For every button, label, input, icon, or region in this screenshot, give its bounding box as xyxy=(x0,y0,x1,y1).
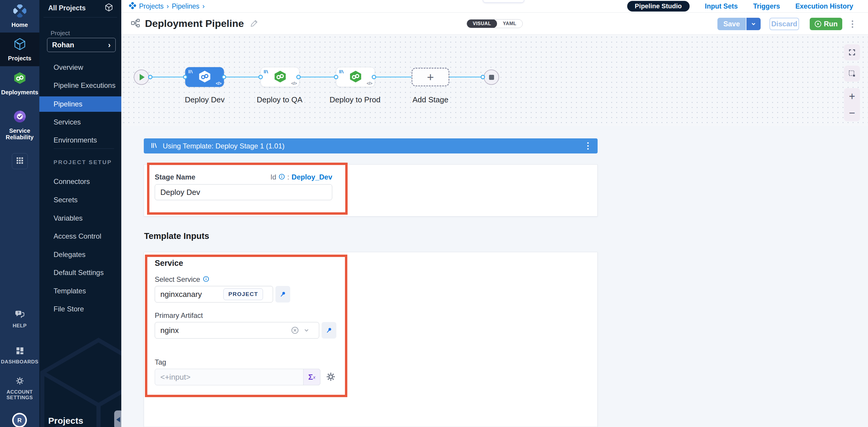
module-grid-button[interactable] xyxy=(12,153,28,169)
node-port[interactable] xyxy=(334,75,338,79)
sidebar-item-label: Environments xyxy=(54,136,97,144)
canvas-zoom-controls: + − xyxy=(844,88,860,121)
chevron-down-icon[interactable] xyxy=(303,327,310,335)
sidebar-item-secrets[interactable]: Secrets xyxy=(39,192,121,207)
using-template-label: Using Template: Deploy Stage 1 (1.01) xyxy=(163,142,578,150)
stage-label: Deploy to Prod xyxy=(322,95,388,104)
sidebar-item-environments[interactable]: Environments xyxy=(39,132,121,148)
rail-item-dashboards[interactable]: DASHBOARDS xyxy=(0,342,39,368)
rail-item-service-reliability[interactable]: Service Reliability xyxy=(0,101,39,149)
node-port[interactable] xyxy=(372,75,376,79)
breadcrumb: Projects › Pipelines › xyxy=(129,2,205,10)
chevron-down-icon xyxy=(750,21,756,27)
sidebar-item-access-control[interactable]: Access Control xyxy=(39,229,121,244)
rail-item-help[interactable]: ? HELP xyxy=(0,307,39,331)
tab-input-sets[interactable]: Input Sets xyxy=(705,2,738,10)
sidebar-item-default-settings[interactable]: Default Settings xyxy=(39,265,121,280)
zoom-out-button[interactable]: − xyxy=(844,105,860,121)
tag-settings-gear-icon[interactable] xyxy=(326,372,336,383)
rail-item-deployments[interactable]: Deployments xyxy=(0,66,39,101)
all-projects-cube-icon[interactable] xyxy=(104,3,113,13)
sidebar-item-delegates[interactable]: Delegates xyxy=(39,247,121,262)
project-selector-value: Rohan xyxy=(52,41,74,49)
edit-pencil-icon[interactable] xyxy=(250,19,258,28)
node-port[interactable] xyxy=(481,75,485,79)
template-kebab-menu-icon[interactable] xyxy=(586,140,590,152)
sidebar-item-overview[interactable]: Overview xyxy=(39,60,121,75)
tab-triggers[interactable]: Triggers xyxy=(753,2,780,10)
rail-item-projects[interactable]: Projects xyxy=(0,33,39,66)
user-avatar[interactable]: R xyxy=(12,413,27,427)
breadcrumb-link-pipelines[interactable]: Pipelines xyxy=(172,2,199,10)
sidebar-item-templates[interactable]: Templates xyxy=(39,283,121,299)
using-template-bar[interactable]: Using Template: Deploy Stage 1 (1.01) xyxy=(144,138,598,154)
pipeline-start-node[interactable] xyxy=(134,69,149,85)
service-heading: Service xyxy=(155,259,183,268)
discard-button[interactable]: Discard xyxy=(770,18,799,30)
stage-id-value[interactable]: Deploy_Dev xyxy=(292,173,332,181)
tab-execution-history[interactable]: Execution History xyxy=(795,2,853,10)
toggle-visual[interactable]: VISUAL xyxy=(467,19,497,28)
clear-icon[interactable] xyxy=(291,326,299,336)
id-separator: : xyxy=(287,173,289,181)
stage-name-input[interactable] xyxy=(155,184,332,200)
node-port[interactable] xyxy=(222,75,226,79)
breadcrumb-link-projects[interactable]: Projects xyxy=(139,2,164,10)
sidebar-item-pipeline-executions[interactable]: Pipeline Executions xyxy=(39,78,121,93)
sidebar-collapse-button[interactable] xyxy=(114,410,121,427)
sidebar-title: All Projects xyxy=(48,4,86,12)
node-port[interactable] xyxy=(183,75,188,79)
module-rail: Home Projects Deployments Service Reliab… xyxy=(0,0,39,427)
sidebar-item-label: File Store xyxy=(54,305,84,313)
stage-node-deploy-to-prod[interactable]: </> xyxy=(336,67,375,87)
info-icon[interactable] xyxy=(203,276,209,283)
save-button[interactable]: Save xyxy=(717,18,746,30)
pipeline-end-node[interactable] xyxy=(484,69,499,85)
template-badge-icon xyxy=(188,69,193,76)
pin-icon xyxy=(326,327,333,334)
toggle-yaml[interactable]: YAML xyxy=(497,19,523,28)
sidebar-item-services[interactable]: Services xyxy=(39,114,121,130)
rail-item-account-settings[interactable]: ACCOUNT SETTINGS xyxy=(0,373,39,404)
tab-pipeline-studio[interactable]: Pipeline Studio xyxy=(627,1,690,11)
run-button[interactable]: Run xyxy=(810,18,842,30)
visual-yaml-toggle: VISUAL YAML xyxy=(467,19,523,28)
canvas-fit-button[interactable] xyxy=(844,44,860,60)
canvas-select-button[interactable] xyxy=(844,66,860,81)
rail-item-home[interactable]: Home xyxy=(0,0,39,33)
pipeline-canvas[interactable]: </> </> </> + Deploy Dev Deploy xyxy=(121,35,868,126)
pin-service-button[interactable] xyxy=(275,286,290,302)
pin-artifact-button[interactable] xyxy=(321,322,336,338)
project-sidebar: All Projects Project Rohan › Overview Pi… xyxy=(39,0,121,427)
header-kebab-menu-icon[interactable] xyxy=(850,19,855,30)
add-stage-button[interactable]: + xyxy=(411,68,450,86)
stage-name-panel: Stage Name Id : Deploy_Dev xyxy=(144,164,598,217)
sidebar-item-variables[interactable]: Variables xyxy=(39,210,121,226)
node-port[interactable] xyxy=(258,75,263,79)
sidebar-item-connectors[interactable]: Connectors xyxy=(39,174,121,189)
sidebar-item-file-store[interactable]: File Store xyxy=(39,301,121,317)
node-port[interactable] xyxy=(148,75,153,79)
expression-button[interactable]: Σx xyxy=(303,369,320,385)
sidebar-item-label: Services xyxy=(54,118,81,126)
node-port[interactable] xyxy=(297,75,301,79)
partial-popup xyxy=(483,0,524,3)
flow-connector xyxy=(299,76,336,77)
zoom-in-button[interactable]: + xyxy=(844,88,860,105)
tag-input[interactable] xyxy=(155,369,320,385)
flow-connector xyxy=(450,76,484,77)
select-service-label: Select Service xyxy=(155,275,200,284)
breadcrumb-bar: Projects › Pipelines › Pipeline Studio I… xyxy=(121,0,868,13)
sidebar-item-label: Access Control xyxy=(54,232,101,240)
stage-label: Deploy to QA xyxy=(247,95,312,104)
cd-stage-icon xyxy=(349,70,363,85)
save-options-button[interactable] xyxy=(746,18,761,30)
sidebar-item-label: Delegates xyxy=(54,251,86,259)
play-icon xyxy=(140,74,145,80)
stage-node-deploy-to-qa[interactable]: </> xyxy=(261,67,300,87)
stage-node-deploy-dev[interactable]: </> xyxy=(185,67,224,87)
project-selector[interactable]: Rohan › xyxy=(47,38,116,52)
selection-box-icon xyxy=(848,70,856,77)
sidebar-item-pipelines[interactable]: Pipelines xyxy=(39,96,121,112)
info-icon[interactable] xyxy=(279,173,285,181)
